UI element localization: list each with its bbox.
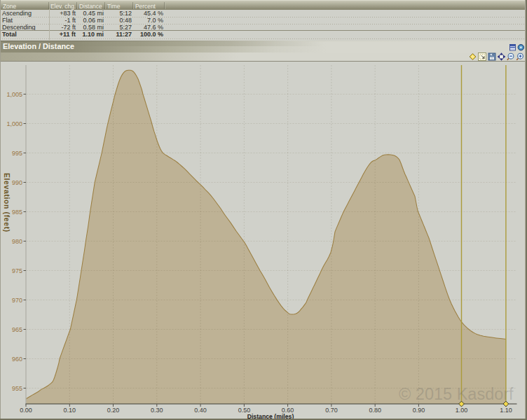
svg-text:985: 985 [12, 209, 22, 216]
svg-text:0.00: 0.00 [20, 407, 32, 414]
svg-text:965: 965 [12, 326, 22, 333]
svg-text:Elevation (feet): Elevation (feet) [3, 173, 11, 232]
svg-text:0.30: 0.30 [151, 407, 163, 414]
svg-text:970: 970 [12, 297, 22, 304]
svg-text:0.10: 0.10 [64, 407, 76, 414]
svg-text:960: 960 [12, 356, 22, 363]
svg-text:1,000: 1,000 [6, 120, 22, 127]
svg-text:0.70: 0.70 [325, 407, 338, 414]
svg-text:1,005: 1,005 [6, 91, 22, 98]
svg-text:995: 995 [12, 150, 22, 157]
svg-text:1.10: 1.10 [500, 407, 512, 414]
svg-text:0.20: 0.20 [107, 407, 120, 414]
svg-text:0.90: 0.90 [413, 407, 425, 414]
svg-text:0.40: 0.40 [194, 407, 207, 414]
svg-text:1.00: 1.00 [456, 407, 468, 414]
svg-text:980: 980 [12, 238, 22, 245]
svg-text:955: 955 [12, 385, 22, 392]
svg-text:975: 975 [12, 267, 22, 274]
svg-text:0.80: 0.80 [369, 407, 381, 414]
svg-text:990: 990 [12, 179, 22, 186]
